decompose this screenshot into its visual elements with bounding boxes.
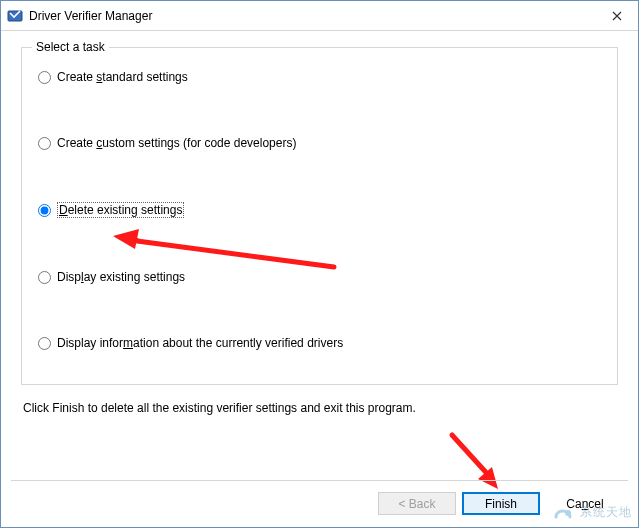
button-row: < Back Finish Cancel (378, 492, 624, 515)
titlebar: Driver Verifier Manager (1, 1, 638, 31)
radio-delete-existing-label: Delete existing settings (57, 202, 184, 218)
radio-create-custom-input[interactable] (38, 137, 51, 150)
radio-display-existing-input[interactable] (38, 271, 51, 284)
close-button[interactable] (604, 3, 630, 29)
content-area: Select a task Create standard settings C… (1, 31, 638, 425)
radio-display-info[interactable]: Display information about the currently … (38, 336, 601, 350)
window-title: Driver Verifier Manager (29, 9, 604, 23)
cancel-button[interactable]: Cancel (546, 492, 624, 515)
annotation-arrow-icon (440, 431, 510, 491)
groupbox-legend: Select a task (32, 40, 109, 54)
task-groupbox: Select a task Create standard settings C… (21, 47, 618, 385)
app-icon (7, 8, 23, 24)
radio-create-standard-input[interactable] (38, 71, 51, 84)
radio-display-existing[interactable]: Display existing settings (38, 270, 601, 284)
radio-create-custom-label: Create custom settings (for code develop… (57, 136, 296, 150)
radio-display-info-label: Display information about the currently … (57, 336, 343, 350)
radio-delete-existing-input[interactable] (38, 204, 51, 217)
radio-display-existing-label: Display existing settings (57, 270, 185, 284)
radio-display-info-input[interactable] (38, 337, 51, 350)
finish-button[interactable]: Finish (462, 492, 540, 515)
footer-separator (11, 480, 628, 481)
hint-text: Click Finish to delete all the existing … (23, 401, 616, 415)
window: Driver Verifier Manager Select a task Cr… (0, 0, 639, 528)
radio-create-standard[interactable]: Create standard settings (38, 70, 601, 84)
radio-delete-existing[interactable]: Delete existing settings (38, 202, 601, 218)
back-button: < Back (378, 492, 456, 515)
close-icon (612, 11, 622, 21)
radio-create-standard-label: Create standard settings (57, 70, 188, 84)
svg-marker-2 (478, 467, 498, 489)
radio-create-custom[interactable]: Create custom settings (for code develop… (38, 136, 601, 150)
